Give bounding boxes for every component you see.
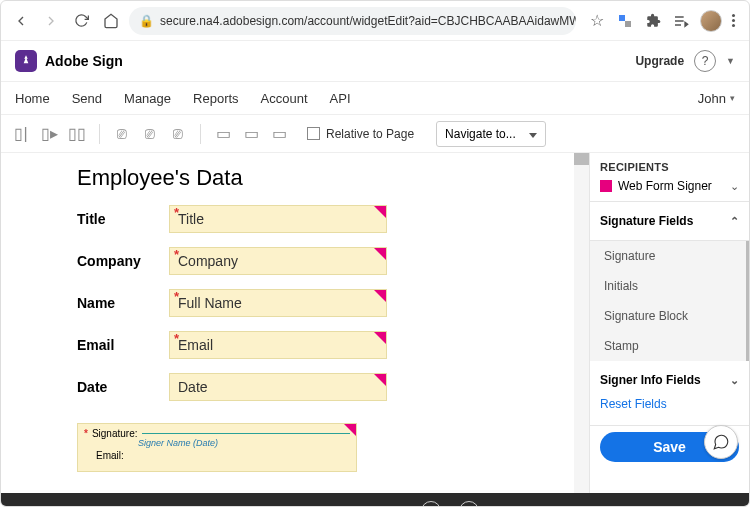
brand: Adobe Sign: [15, 50, 123, 72]
avatar[interactable]: [700, 10, 722, 32]
app-header: Adobe Sign Upgrade ? ▼: [1, 41, 749, 81]
align-tool-1-icon[interactable]: ▯|: [11, 124, 31, 144]
extensions-icon[interactable]: [644, 12, 662, 30]
field-title[interactable]: *Title: [169, 205, 387, 233]
url-text: secure.na4.adobesign.com/account/widgetE…: [160, 14, 576, 28]
align-tool-4-icon[interactable]: ⎚: [112, 124, 132, 144]
signer-info-label: Signer Info Fields: [600, 373, 701, 387]
kebab-menu-icon[interactable]: [732, 14, 735, 27]
user-menu[interactable]: John ▾: [698, 91, 735, 106]
document: Employee's Data Title*Title Company*Comp…: [1, 153, 589, 472]
align-tool-6-icon[interactable]: ⎚: [168, 124, 188, 144]
chat-help-icon[interactable]: [704, 425, 738, 459]
sig-email-label: Email:: [96, 450, 124, 461]
signature-field-list: Signature Initials Signature Block Stamp: [590, 241, 749, 361]
canvas[interactable]: Employee's Data Title*Title Company*Comp…: [1, 153, 589, 493]
label-company: Company: [77, 253, 169, 269]
browser-bar: 🔒 secure.na4.adobesign.com/account/widge…: [1, 1, 749, 41]
reset-fields-link[interactable]: Reset Fields: [600, 391, 739, 417]
signature-fields-accordion[interactable]: Signature Fields ⌃: [600, 210, 739, 232]
nav-reports[interactable]: Reports: [193, 91, 239, 106]
back-icon[interactable]: [9, 9, 33, 33]
chevron-down-icon: ⌄: [730, 374, 739, 387]
align-tool-8-icon[interactable]: ▭: [241, 124, 261, 144]
field-email[interactable]: *Email: [169, 331, 387, 359]
field-signature[interactable]: Signature: [590, 241, 746, 271]
recipient-select[interactable]: Web Form Signer ⌄: [600, 179, 739, 193]
svg-marker-5: [685, 22, 688, 26]
doc-title: Employee's Data: [77, 165, 529, 191]
url-bar[interactable]: 🔒 secure.na4.adobesign.com/account/widge…: [129, 7, 576, 35]
lock-icon: 🔒: [139, 14, 154, 28]
nav-home[interactable]: Home: [15, 91, 50, 106]
workspace: Employee's Data Title*Title Company*Comp…: [1, 153, 749, 493]
forward-icon[interactable]: [39, 9, 63, 33]
chevron-up-icon: ⌃: [730, 215, 739, 228]
signer-info-accordion[interactable]: Signer Info Fields ⌄: [600, 369, 739, 391]
relative-to-page-toggle[interactable]: Relative to Page: [307, 127, 414, 141]
page-up-icon[interactable]: ↑: [271, 504, 278, 508]
align-tool-5-icon[interactable]: ⎚: [140, 124, 160, 144]
page-total: / 1: [368, 504, 382, 508]
recipient-color-icon: [600, 180, 612, 192]
translate-icon[interactable]: [616, 12, 634, 30]
label-email: Email: [77, 337, 169, 353]
nav-api[interactable]: API: [330, 91, 351, 106]
browser-actions: ☆: [582, 10, 741, 32]
chevron-down-icon: ⌄: [730, 180, 739, 193]
field-name[interactable]: *Full Name: [169, 289, 387, 317]
nav-send[interactable]: Send: [72, 91, 102, 106]
svg-rect-0: [619, 15, 625, 21]
recipient-name: Web Form Signer: [618, 179, 712, 193]
recipients-heading: RECIPIENTS: [600, 161, 739, 173]
align-tool-9-icon[interactable]: ▭: [269, 124, 289, 144]
field-signature-block[interactable]: Signature Block: [590, 301, 746, 331]
label-title: Title: [77, 211, 169, 227]
align-tool-3-icon[interactable]: ▯▯: [67, 124, 87, 144]
sig-placeholder: Signer Name (Date): [138, 438, 218, 448]
help-caret-icon[interactable]: ▼: [726, 56, 735, 66]
home-icon[interactable]: [99, 9, 123, 33]
svg-rect-1: [625, 21, 631, 27]
help-icon[interactable]: ?: [694, 50, 716, 72]
navigate-to-value: Navigate to...: [445, 127, 516, 141]
relative-to-page-label: Relative to Page: [326, 127, 414, 141]
upgrade-link[interactable]: Upgrade: [635, 54, 684, 68]
page-input[interactable]: [320, 501, 350, 507]
signature-fields-label: Signature Fields: [600, 214, 693, 228]
sig-label: Signature:: [92, 428, 138, 439]
nav-account[interactable]: Account: [261, 91, 308, 106]
align-tool-2-icon[interactable]: ▯▸: [39, 124, 59, 144]
adobe-logo-icon: [15, 50, 37, 72]
playlist-icon[interactable]: [672, 12, 690, 30]
field-company[interactable]: *Company: [169, 247, 387, 275]
canvas-scrollbar[interactable]: [574, 153, 589, 493]
label-date: Date: [77, 379, 169, 395]
label-name: Name: [77, 295, 169, 311]
star-icon[interactable]: ☆: [588, 12, 606, 30]
zoom-out-icon[interactable]: −: [421, 501, 441, 507]
brand-name: Adobe Sign: [45, 53, 123, 69]
zoom-in-icon[interactable]: +: [459, 501, 479, 507]
pager-bar: ↑ ↓ / 1 | − + ✕: [1, 493, 749, 507]
field-initials[interactable]: Initials: [590, 271, 746, 301]
reload-icon[interactable]: [69, 9, 93, 33]
close-pager-icon[interactable]: ✕: [724, 504, 735, 508]
user-name: John: [698, 91, 726, 106]
signature-block-field[interactable]: *Signature: Signer Name (Date) Email:: [77, 423, 357, 472]
checkbox-icon[interactable]: [307, 127, 320, 140]
align-tool-7-icon[interactable]: ▭: [213, 124, 233, 144]
field-stamp[interactable]: Stamp: [590, 331, 746, 361]
user-caret-icon: ▾: [730, 93, 735, 103]
navigate-to-select[interactable]: Navigate to...: [436, 121, 546, 147]
field-date[interactable]: Date: [169, 373, 387, 401]
main-nav: Home Send Manage Reports Account API Joh…: [1, 81, 749, 115]
page-down-icon[interactable]: ↓: [295, 504, 302, 508]
field-toolbar: ▯| ▯▸ ▯▯ ⎚ ⎚ ⎚ ▭ ▭ ▭ Relative to Page Na…: [1, 115, 749, 153]
nav-manage[interactable]: Manage: [124, 91, 171, 106]
